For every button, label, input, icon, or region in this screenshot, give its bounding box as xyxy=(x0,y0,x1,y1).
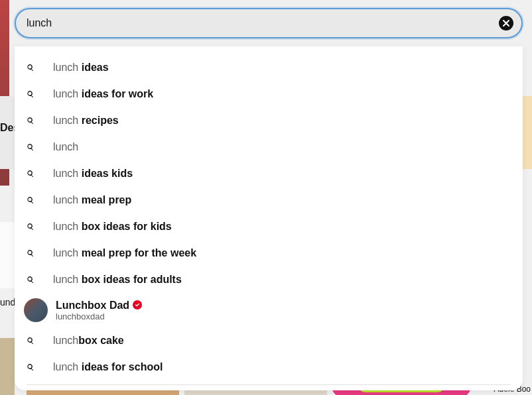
profile-suggestion[interactable]: Lunchbox Dad lunchboxdad xyxy=(15,293,523,327)
suggestion-bold: box ideas for adults xyxy=(82,274,182,285)
suggestion-bold: box ideas for kids xyxy=(82,221,172,232)
bg-card-left2 xyxy=(0,222,15,288)
suggestion-text: lunch box ideas for adults xyxy=(53,274,182,286)
suggestion-text: lunch box ideas for kids xyxy=(53,221,172,233)
suggestion-item[interactable]: lunch recipes xyxy=(15,107,523,134)
suggestion-item[interactable]: lunchbox cake xyxy=(15,327,523,354)
suggestion-item[interactable]: lunch meal prep xyxy=(15,187,523,213)
suggestion-prefix: lunch xyxy=(53,361,82,372)
suggestion-item[interactable]: lunch ideas kids xyxy=(15,160,523,187)
suggestion-prefix: lunch xyxy=(53,115,82,126)
search-bar xyxy=(15,8,523,38)
suggestion-bold: ideas xyxy=(82,62,109,73)
search-icon xyxy=(27,170,41,178)
clear-search-button[interactable] xyxy=(499,16,513,30)
search-input[interactable] xyxy=(27,17,499,29)
suggestion-prefix: lunch xyxy=(53,88,82,99)
suggestion-prefix: lunch xyxy=(53,62,82,73)
search-icon xyxy=(27,117,41,125)
suggestion-prefix: lunch xyxy=(53,221,82,232)
suggestion-prefix: lunch xyxy=(53,168,82,179)
suggestion-bold: ideas for school xyxy=(82,361,163,372)
suggestion-prefix: lunch xyxy=(53,274,82,285)
search-icon xyxy=(27,363,41,371)
search-box[interactable] xyxy=(15,8,523,38)
search-icon xyxy=(27,196,41,204)
suggestion-text: lunch meal prep xyxy=(53,194,131,206)
suggestion-text: lunch ideas for school xyxy=(53,361,163,373)
suggestion-item[interactable]: lunch ideas for work xyxy=(15,81,523,107)
search-icon xyxy=(27,276,41,284)
search-icon xyxy=(27,143,41,151)
suggestion-prefix: lunch xyxy=(53,335,78,346)
profile-username: lunchboxdad xyxy=(56,311,142,322)
suggestion-text: lunchbox cake xyxy=(53,335,124,347)
suggestions-divider xyxy=(27,384,511,385)
suggestion-item[interactable]: lunch xyxy=(15,134,523,160)
suggestion-text: lunch ideas xyxy=(53,62,109,74)
avatar xyxy=(24,298,48,322)
search-icon xyxy=(27,223,41,231)
suggestion-bold: box cake xyxy=(78,335,123,346)
suggestion-prefix: lunch xyxy=(53,194,82,205)
search-icon xyxy=(27,249,41,257)
profile-info: Lunchbox Dad lunchboxdad xyxy=(56,299,142,322)
bg-card-right xyxy=(523,96,532,169)
suggestion-text: lunch ideas for work xyxy=(53,88,153,100)
suggestion-prefix: lunch xyxy=(53,247,82,258)
profile-name: Lunchbox Dad xyxy=(56,299,129,311)
search-icon xyxy=(27,337,41,345)
suggestion-bold: recipes xyxy=(82,115,119,126)
suggestion-item[interactable]: lunch box ideas for adults xyxy=(15,266,523,293)
suggestion-item[interactable]: lunch ideas xyxy=(15,54,523,81)
suggestion-text: lunch ideas kids xyxy=(53,168,133,180)
suggestion-bold: meal prep for the week xyxy=(82,247,196,258)
suggestion-item[interactable]: lunch ideas for school xyxy=(15,354,523,380)
search-icon xyxy=(27,64,41,72)
search-icon xyxy=(27,90,41,98)
suggestion-bold: ideas for work xyxy=(82,88,153,99)
close-icon xyxy=(503,19,509,28)
suggestion-item[interactable]: lunch box ideas for kids xyxy=(15,213,523,240)
bg-card-left3 xyxy=(0,338,15,395)
verified-badge-icon xyxy=(133,300,142,310)
suggestion-bold: meal prep xyxy=(82,194,132,205)
suggestion-text: lunch recipes xyxy=(53,115,119,127)
autocomplete-panel: lunch ideaslunch ideas for worklunch rec… xyxy=(15,46,523,390)
suggestion-prefix: lunch xyxy=(53,141,78,152)
suggestion-text: lunch xyxy=(53,141,78,153)
suggestion-item[interactable]: lunch meal prep for the week xyxy=(15,240,523,266)
suggestion-bold: ideas kids xyxy=(82,168,133,179)
suggestion-text: lunch meal prep for the week xyxy=(53,247,196,259)
